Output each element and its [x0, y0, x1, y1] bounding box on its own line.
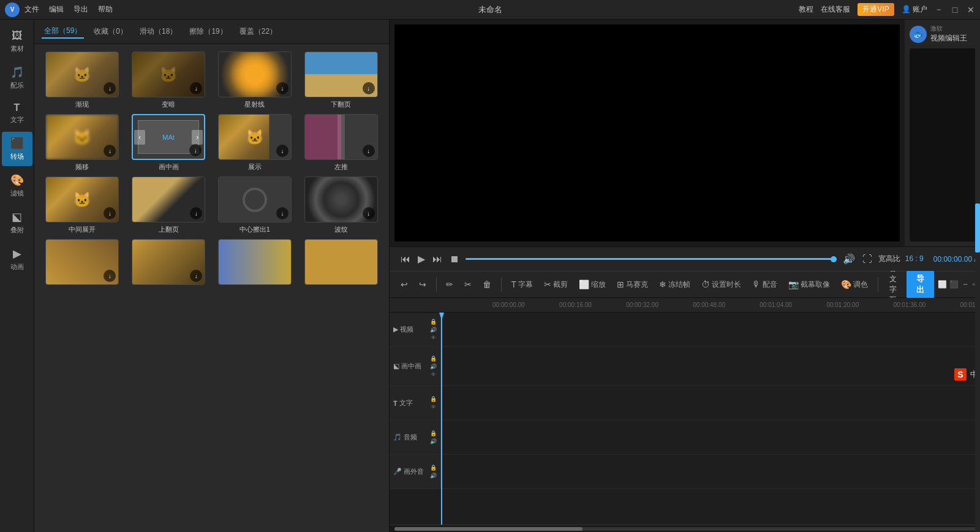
audio-lock-btn[interactable]: 🔒 [429, 430, 437, 437]
screenshot-button[interactable]: 📷 截幕取像 [785, 277, 834, 292]
track-content-video[interactable] [441, 313, 980, 346]
vip-button[interactable]: 开通VIP [858, 3, 894, 16]
transition-show[interactable]: ↓ 展示 [214, 114, 296, 172]
menu-edit[interactable]: 编辑 [49, 4, 64, 15]
sidebar-item-文字[interactable]: T 文字 [2, 97, 32, 129]
caption-button[interactable]: T 字幕 [507, 277, 537, 292]
menu-file[interactable]: 文件 [24, 4, 39, 15]
transition-extra2[interactable]: ↓ [128, 239, 209, 287]
account-link[interactable]: 👤 账户 [902, 4, 927, 15]
transition-pagefold[interactable]: ↓ 上翻页 [128, 177, 209, 234]
download-flip[interactable]: ↓ [363, 82, 375, 94]
tab-wipe[interactable]: 擦除（19） [187, 25, 229, 38]
audio-volume-btn[interactable]: 🔊 [429, 438, 437, 445]
audio-button[interactable]: 🎙 配音 [748, 277, 781, 292]
transition-pan[interactable]: ↓ 频移 [42, 114, 123, 172]
timeline-tracks: ▶ 视频 🔒 🔊 👁 ⬕ [390, 313, 980, 525]
transition-panel: 全部（59） 收藏（0） 滑动（18） 擦除（19） 覆盖（22） ↓ 渐现 ↓ [34, 20, 390, 532]
ad-logo: 🐟 [910, 26, 927, 43]
track-content-pip[interactable]: S 中 🎙 ⊞ 👗 ⚙ [441, 347, 980, 386]
video-eye-btn[interactable]: 👁 [429, 334, 437, 341]
sidebar-item-配乐[interactable]: 🎵 配乐 [2, 61, 32, 95]
volume-button[interactable]: 🔊 [842, 252, 856, 266]
scale-button[interactable]: ⬜ 缩放 [575, 277, 609, 292]
transition-extra3[interactable] [214, 239, 296, 287]
minimize-button[interactable]: － [935, 6, 943, 14]
track-content-audio[interactable] [441, 420, 980, 454]
next-frame-button[interactable]: ⏭ [431, 253, 443, 266]
transition-flip[interactable]: ↓ 下翻页 [300, 51, 382, 109]
playhead[interactable] [441, 313, 442, 525]
text-eye-btn[interactable]: 👁 [429, 403, 437, 411]
transition-fade[interactable]: ↓ 渐现 [42, 51, 123, 109]
transition-extra4[interactable] [300, 239, 382, 287]
tab-cover[interactable]: 覆盖（22） [237, 25, 279, 38]
right-scroll-thumb[interactable] [975, 203, 980, 253]
transition-wave[interactable]: ↓ 波纹 [300, 177, 382, 234]
menu-help[interactable]: 帮助 [98, 4, 113, 15]
transition-zoom[interactable]: ↓ 中心擦出1 [214, 177, 296, 234]
support-link[interactable]: 在线客服 [821, 4, 850, 15]
tab-all[interactable]: 全部（59） [42, 25, 84, 39]
download-extra2[interactable]: ↓ [190, 270, 202, 282]
sidebar-item-转场[interactable]: ⬛ 转场 [2, 132, 32, 166]
transition-extra1[interactable]: ↓ [42, 239, 123, 287]
pip-nav-right[interactable]: › [192, 130, 203, 145]
track-content-text[interactable] [441, 386, 980, 420]
transition-star[interactable]: ↓ 星射线 [214, 51, 296, 109]
zoom-out-button[interactable]: － [961, 279, 970, 290]
play-button[interactable]: ▶ [417, 252, 426, 266]
redo-button[interactable]: ↪ [415, 277, 430, 292]
progress-bar[interactable] [466, 258, 837, 260]
transition-pip[interactable]: MAt ‹ › ↓ 画中画 [128, 114, 209, 172]
sidebar-item-叠附[interactable]: ⬕ 叠附 [2, 205, 32, 240]
download-wave[interactable]: ↓ [363, 207, 375, 219]
pip-lock-btn[interactable]: 🔒 [429, 355, 437, 362]
close-button[interactable]: ✕ [967, 6, 975, 14]
delete-button[interactable]: 🗑 [479, 277, 495, 292]
tutorial-link[interactable]: 教程 [799, 4, 813, 15]
mosaic-button[interactable]: ⊞ 马赛克 [613, 277, 652, 292]
undo-button[interactable]: ↩ [397, 277, 412, 292]
transition-push[interactable]: ↓ 左推 [300, 114, 382, 172]
video-volume-btn[interactable]: 🔊 [429, 326, 437, 333]
track-content-voiceover[interactable] [441, 455, 980, 488]
pen-button[interactable]: ✏ [442, 277, 457, 292]
pip-nav-left[interactable]: ‹ [134, 130, 145, 145]
video-lock-btn[interactable]: 🔒 [429, 318, 437, 325]
transition-morph[interactable]: ↓ 变暗 [128, 51, 209, 109]
timeline-scrollbar[interactable] [390, 525, 980, 532]
download-extra1[interactable]: ↓ [104, 270, 116, 282]
scrollbar-thumb[interactable] [394, 527, 582, 531]
cut-button[interactable]: ✂ [461, 277, 475, 292]
download-morph[interactable]: ↓ [190, 82, 202, 94]
pip-volume-btn[interactable]: 🔊 [429, 363, 437, 370]
export-button[interactable]: 导出 [907, 270, 934, 298]
voiceover-lock-btn[interactable]: 🔒 [429, 464, 437, 471]
text-lock-btn[interactable]: 🔒 [429, 395, 437, 403]
stop-button[interactable]: ⏹ [448, 253, 461, 266]
duration-button[interactable]: ⏱ 设置时长 [698, 277, 745, 292]
sidebar-item-滤镜[interactable]: 🎨 滤镜 [2, 169, 32, 203]
sidebar-item-素材[interactable]: 🖼 素材 [2, 25, 32, 58]
trim-button[interactable]: ✂ 截剪 [540, 277, 571, 292]
sidebar-item-动画[interactable]: ▶ 动画 [2, 242, 32, 276]
download-push[interactable]: ↓ [363, 145, 375, 157]
freeze-button[interactable]: ❄ 冻结帧 [655, 277, 694, 292]
download-pip[interactable]: ↓ [189, 144, 202, 156]
tab-slide[interactable]: 滑动（18） [137, 25, 179, 38]
download-star[interactable]: ↓ [276, 82, 288, 94]
tab-favorites[interactable]: 收藏（0） [91, 25, 130, 38]
menu-export[interactable]: 导出 [74, 4, 88, 15]
maximize-button[interactable]: □ [951, 6, 959, 14]
download-zoom[interactable]: ↓ [276, 207, 288, 219]
pip-eye-btn[interactable]: 👁 [429, 371, 437, 378]
transition-unfold[interactable]: ↓ 中间展开 [42, 177, 123, 234]
color-button[interactable]: 🎨 调色 [837, 277, 872, 292]
download-show[interactable]: ↓ [276, 145, 288, 157]
download-pagefold[interactable]: ↓ [190, 207, 202, 219]
prev-frame-button[interactable]: ⏮ [399, 253, 412, 266]
voiceover-volume-btn[interactable]: 🔊 [429, 472, 437, 479]
fullscreen-button[interactable]: ⛶ [861, 253, 873, 266]
transition-thumb-wave: ↓ [304, 177, 378, 222]
